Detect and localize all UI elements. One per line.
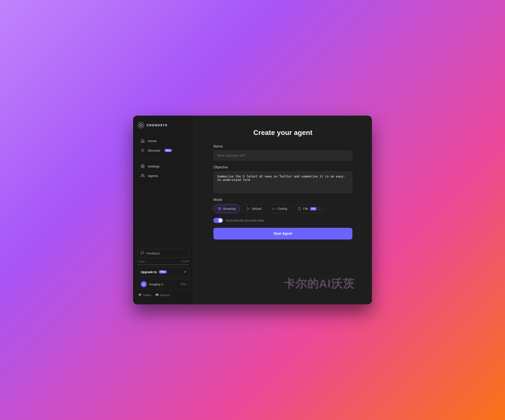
name-input[interactable] xyxy=(213,151,352,161)
svg-line-9 xyxy=(141,125,142,125)
usage-bar xyxy=(137,264,189,265)
settings-icon xyxy=(140,164,145,168)
file-pro-badge: Pro xyxy=(310,207,316,210)
objective-label: Objective xyxy=(213,165,352,169)
svg-line-12 xyxy=(140,125,141,126)
svg-point-14 xyxy=(142,149,144,151)
svg-line-17 xyxy=(141,149,142,149)
page-title: Create your agent xyxy=(253,129,312,137)
agents-chevron: › xyxy=(185,174,186,178)
svg-line-13 xyxy=(140,125,141,125)
name-label: Name xyxy=(213,144,352,148)
sidebar-bottom: Feedback Usage 0/1000 Upgrade to PRO ↗ xyxy=(137,249,189,298)
globe-icon xyxy=(218,207,221,211)
agents-icon xyxy=(140,173,145,178)
nav-items: Home xyxy=(137,136,189,249)
play-icon xyxy=(246,207,250,211)
objective-input[interactable] xyxy=(213,171,352,193)
svg-point-24 xyxy=(142,174,143,175)
nav-divider xyxy=(137,158,189,158)
home-icon xyxy=(140,139,145,143)
twitter-label: Twitter xyxy=(143,294,151,297)
discord-icon xyxy=(155,293,159,297)
feedback-icon xyxy=(141,251,144,255)
sidebar-item-discover-label: Discover xyxy=(148,148,160,152)
mode-section: Mode Browsing xyxy=(213,198,352,213)
twitter-icon xyxy=(138,293,142,297)
feedback-label: Feedback xyxy=(146,252,160,255)
usage-value: 0/1000 xyxy=(181,260,189,263)
mode-btn-coding[interactable]: Coding xyxy=(268,204,291,213)
svg-line-10 xyxy=(141,125,142,126)
auto-generate-toggle[interactable] xyxy=(213,218,223,223)
sidebar-item-agents-label: Agents xyxy=(148,174,158,178)
usage-label: Usage xyxy=(137,260,145,263)
svg-line-21 xyxy=(141,151,142,152)
mode-btn-file[interactable]: File Pro ⓘ xyxy=(293,204,325,213)
file-info-icon: ⓘ xyxy=(318,207,321,211)
svg-marker-27 xyxy=(247,207,249,210)
mode-default-label: Default xyxy=(252,207,261,210)
mode-btn-default[interactable]: Default xyxy=(242,204,265,213)
mode-file-label: File xyxy=(303,207,308,210)
sidebar-item-settings[interactable]: Settings xyxy=(137,162,189,171)
svg-point-1 xyxy=(140,123,141,124)
svg-point-3 xyxy=(142,126,143,127)
user-plan-badge: Free xyxy=(181,283,186,286)
sidebar-item-home[interactable]: Home xyxy=(137,136,189,145)
objective-field-group: Objective xyxy=(213,165,352,193)
start-agent-button[interactable]: Start Agent xyxy=(213,228,352,240)
main-content: Create your agent Name Objective Mode xyxy=(194,116,372,304)
sidebar: COGNOSYS Home xyxy=(133,116,194,304)
lightbulb-icon xyxy=(140,148,145,153)
auto-generate-label: Automatically generate tasks xyxy=(226,219,265,222)
discover-badge: New xyxy=(164,149,172,152)
svg-point-6 xyxy=(139,124,140,125)
upgrade-arrow-icon: ↗ xyxy=(183,270,186,274)
social-links: Twitter Discord xyxy=(137,292,189,298)
upgrade-button[interactable]: Upgrade to PRO ↗ xyxy=(137,267,189,277)
svg-point-23 xyxy=(142,166,143,167)
svg-point-2 xyxy=(142,124,143,125)
pro-badge: PRO xyxy=(159,270,167,274)
logo-icon xyxy=(137,122,144,129)
feedback-button[interactable]: Feedback xyxy=(137,249,189,258)
toggle-row: Automatically generate tasks xyxy=(213,218,352,223)
svg-line-22 xyxy=(144,149,144,149)
form-section: Name Objective Mode xyxy=(213,144,352,240)
mode-browsing-label: Browsing xyxy=(223,207,236,210)
mode-label: Mode xyxy=(213,198,352,202)
mode-buttons: Browsing Default xyxy=(213,204,352,213)
sidebar-item-home-label: Home xyxy=(148,139,157,143)
user-name: Hongjing Li xyxy=(149,283,163,286)
discord-label: Discord xyxy=(160,294,170,297)
name-field-group: Name xyxy=(213,144,352,161)
mode-coding-label: Coding xyxy=(278,207,287,210)
svg-point-4 xyxy=(140,126,141,127)
code-icon xyxy=(272,207,276,211)
user-row: H Hongjing Li Free xyxy=(137,279,189,290)
sidebar-item-discover[interactable]: Discover New xyxy=(137,146,189,155)
avatar: H xyxy=(141,281,147,287)
logo-text: COGNOSYS xyxy=(146,124,168,127)
svg-line-18 xyxy=(144,151,144,152)
sidebar-item-settings-label: Settings xyxy=(148,164,160,168)
logo: COGNOSYS xyxy=(137,122,189,129)
mode-btn-browsing[interactable]: Browsing xyxy=(213,204,240,213)
file-icon xyxy=(297,207,301,211)
svg-point-5 xyxy=(139,126,140,127)
upgrade-label: Upgrade to xyxy=(141,270,157,274)
usage-section: Usage 0/1000 xyxy=(137,260,189,265)
twitter-link[interactable]: Twitter xyxy=(138,293,151,297)
sidebar-item-agents[interactable]: Agents › xyxy=(137,171,189,180)
discord-link[interactable]: Discord xyxy=(155,293,170,297)
